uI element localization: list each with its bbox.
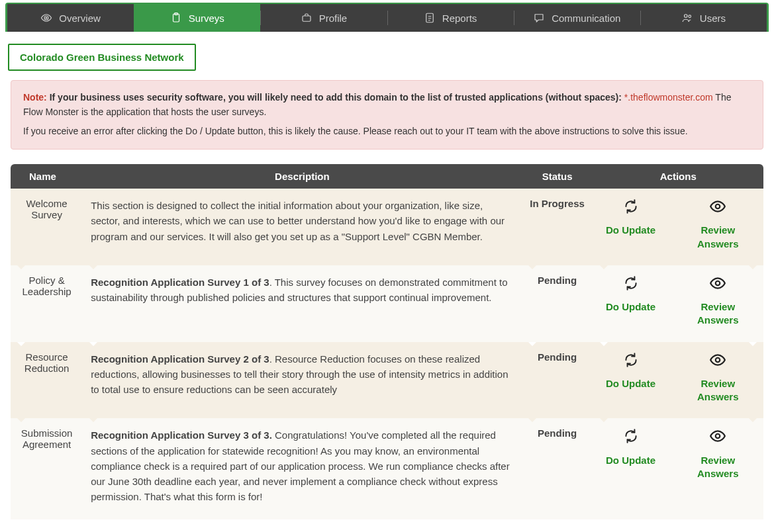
note-domain: *.theflowmonster.com: [624, 92, 713, 103]
chat-icon: [533, 12, 545, 24]
do-update-button[interactable]: Do Update: [601, 427, 661, 480]
survey-actions: Do UpdateReview Answers: [593, 342, 763, 419]
eye-icon: [709, 275, 726, 295]
table-row: Resource ReductionRecognition Applicatio…: [11, 342, 763, 419]
review-answers-button[interactable]: Review Answers: [681, 198, 755, 251]
eye-icon: [40, 12, 52, 24]
action-label: Do Update: [606, 300, 655, 314]
action-label: Do Update: [606, 377, 655, 390]
survey-description: Recognition Application Survey 2 of 3. R…: [83, 342, 521, 419]
survey-actions: Do UpdateReview Answers: [593, 418, 763, 519]
action-label: Review Answers: [681, 454, 755, 481]
tab-label: Profile: [319, 13, 348, 24]
refresh-icon: [622, 275, 640, 295]
eye-icon: [709, 351, 726, 372]
col-actions: Actions: [593, 164, 763, 189]
tab-communication[interactable]: Communication: [514, 4, 640, 32]
tab-profile[interactable]: Profile: [260, 4, 387, 32]
survey-name: Policy & Leadership: [11, 265, 83, 342]
refresh-icon: [622, 351, 640, 372]
surveys-table: Name Description Status Actions Welcome …: [11, 164, 763, 519]
review-answers-button[interactable]: Review Answers: [681, 351, 755, 404]
action-label: Review Answers: [681, 377, 755, 404]
table-row: Policy & LeadershipRecognition Applicati…: [11, 265, 763, 342]
tab-reports[interactable]: Reports: [387, 4, 514, 32]
survey-status: Pending: [522, 418, 593, 519]
table-row: Welcome SurveyThis section is designed t…: [11, 189, 763, 265]
tab-label: Overview: [59, 13, 101, 24]
survey-description: Recognition Application Survey 3 of 3. C…: [83, 418, 521, 519]
survey-status: Pending: [522, 342, 593, 419]
tab-label: Users: [700, 13, 726, 24]
do-update-button[interactable]: Do Update: [601, 275, 661, 328]
users-icon: [681, 12, 693, 24]
action-label: Review Answers: [681, 300, 755, 328]
survey-status: In Progress: [522, 189, 593, 265]
briefcase-icon: [301, 12, 313, 24]
tab-users[interactable]: Users: [640, 4, 767, 32]
review-answers-button[interactable]: Review Answers: [681, 275, 755, 328]
eye-icon: [709, 198, 726, 218]
report-icon: [424, 12, 436, 24]
note-line2: If you receive an error after clicking t…: [23, 124, 751, 138]
col-name: Name: [11, 164, 83, 189]
survey-status: Pending: [522, 265, 593, 342]
security-note: Note: If your business uses security sof…: [11, 80, 763, 150]
col-description: Description: [83, 164, 521, 189]
clipboard-icon: [170, 12, 182, 24]
tab-label: Communication: [552, 13, 620, 24]
action-label: Review Answers: [681, 224, 755, 251]
note-label: Note:: [23, 92, 47, 103]
tab-bar: OverviewSurveysProfileReportsCommunicati…: [5, 3, 769, 32]
action-label: Do Update: [606, 454, 655, 467]
action-label: Do Update: [606, 224, 655, 237]
survey-name: Submission Agreement: [11, 418, 83, 519]
col-status: Status: [522, 164, 593, 189]
survey-actions: Do UpdateReview Answers: [593, 189, 763, 265]
do-update-button[interactable]: Do Update: [601, 351, 661, 404]
note-bold: If your business uses security software,…: [50, 92, 622, 103]
refresh-icon: [622, 427, 640, 448]
review-answers-button[interactable]: Review Answers: [681, 427, 755, 480]
eye-icon: [709, 427, 726, 448]
survey-name: Resource Reduction: [11, 342, 83, 419]
survey-description: This section is designed to collect the …: [83, 189, 521, 265]
survey-actions: Do UpdateReview Answers: [593, 265, 763, 342]
do-update-button[interactable]: Do Update: [601, 198, 661, 251]
tab-label: Reports: [442, 13, 477, 24]
table-row: Submission AgreementRecognition Applicat…: [11, 418, 763, 519]
survey-description: Recognition Application Survey 1 of 3. T…: [83, 265, 521, 342]
tab-label: Surveys: [189, 13, 224, 24]
tab-overview[interactable]: Overview: [7, 4, 134, 32]
survey-name: Welcome Survey: [11, 189, 83, 265]
tab-surveys[interactable]: Surveys: [134, 4, 260, 32]
refresh-icon: [622, 198, 640, 218]
program-badge: Colorado Green Business Network: [8, 44, 196, 71]
